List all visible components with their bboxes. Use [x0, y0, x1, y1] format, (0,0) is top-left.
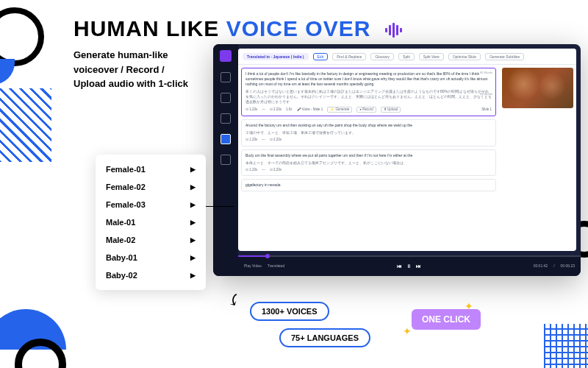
segment-text-en[interactable]: Body um the final assembly where we put … [245, 153, 492, 158]
sparkle-icon: ✦ [465, 300, 473, 312]
optimize-button[interactable]: Optimise Slide [448, 53, 481, 60]
voice-list-panel: Female-01▶Female-02▶Female-03▶Male-01▶Ma… [96, 155, 206, 290]
voice-name: Baby-02 [106, 271, 137, 280]
play-icon[interactable]: ▶ [190, 236, 196, 244]
time-start: ⊙ 1.23s [245, 107, 257, 112]
voice-option[interactable]: Baby-01▶ [96, 249, 206, 266]
sidebar-projects-icon[interactable] [220, 93, 231, 103]
toolbar: Translated to - Japanese ( India ) Edit … [238, 49, 576, 65]
sparkle-icon: ✦ [403, 325, 412, 337]
subheadline: Generate human-like voiceover / Record /… [74, 48, 188, 91]
svg-rect-3 [396, 25, 398, 35]
generate-button[interactable]: ✨ Generate [327, 107, 352, 113]
svg-rect-0 [385, 28, 387, 32]
segment-text-jp[interactable]: 多くの人はそうではないと思います基本的に私は工場の設計またはエンジニアリング会議… [245, 89, 492, 105]
time-total: 00:06:23 [561, 263, 575, 268]
speed[interactable]: 1.0x [286, 107, 293, 112]
subtitles-button[interactable]: Generate Subtitles [485, 53, 524, 60]
video-thumbnail[interactable] [502, 68, 573, 108]
translated-toggle[interactable]: Translated [268, 263, 284, 268]
squiggle-arrow-icon: ⤹ [226, 289, 243, 311]
time-current: 00:01:42 [534, 263, 548, 268]
page-headline: HUMAN LIKE VOICE OVER [74, 16, 404, 43]
play-video-label[interactable]: Play Video [244, 263, 262, 268]
voice-name: Female-03 [106, 200, 146, 209]
play-icon[interactable]: ▶ [190, 183, 196, 191]
glossary-button[interactable]: Glossary [370, 53, 394, 60]
transcript-segment[interactable]: Body um the final assembly where we put … [241, 149, 496, 176]
segment-text-jp[interactable]: 本体えーと、すべての部品を組み立てる最終アセンブリです。えーと、私がここにいない… [245, 160, 492, 166]
play-button[interactable]: ⏸ [406, 263, 412, 269]
transcript-segment[interactable]: Around the factory um and then working o… [241, 119, 496, 146]
sidebar-settings-icon[interactable] [220, 155, 231, 165]
segment-text-en[interactable]: gigafactory in nevada [245, 183, 492, 188]
languages-badge: 75+ LANGUAGES [279, 328, 370, 347]
slide-label: Slide 1 [481, 107, 492, 112]
find-replace-button[interactable]: Find & Replace [332, 53, 366, 60]
time-start: ⊙ 1.23s [245, 168, 257, 172]
word-count: 96 Words [480, 71, 492, 75]
voice-name: Female-02 [106, 183, 146, 191]
sidebar-voices-icon[interactable] [220, 113, 231, 124]
video-panel [499, 65, 576, 251]
voice-option[interactable]: Male-02▶ [96, 231, 206, 249]
time-end: ⊙ 2.23s [270, 107, 282, 112]
record-button[interactable]: ● Record [356, 107, 376, 113]
voices-badge: 1300+ VOICES [250, 302, 329, 321]
transcript-segment[interactable]: 96 WordsI think a lot of people don't I'… [241, 68, 496, 116]
voice-option[interactable]: Male-01▶ [96, 213, 206, 231]
voice-name: Male-01 [106, 218, 135, 227]
sidebar-dashboard-icon[interactable] [220, 72, 231, 82]
time-end: ⊙ 2.23s [270, 168, 282, 172]
voice-name: Male-02 [106, 236, 135, 244]
play-icon[interactable]: ▶ [190, 201, 196, 208]
split-view-button[interactable]: Split View [419, 53, 444, 60]
voice-name: Female-01 [106, 165, 146, 174]
edit-button[interactable]: Edit [313, 53, 329, 60]
voice-select[interactable]: 🎤 Voice - Male 1 [297, 107, 323, 112]
prev-button[interactable]: ⏮ [397, 263, 402, 269]
time-end: ⊙ 2.23s [270, 138, 282, 142]
transcript-segment[interactable]: gigafactory in nevada [241, 179, 496, 191]
svg-rect-4 [400, 28, 402, 32]
sidebar [213, 44, 238, 276]
play-icon[interactable]: ▶ [190, 166, 196, 173]
play-icon[interactable]: ▶ [190, 219, 196, 226]
app-logo[interactable] [220, 50, 232, 62]
word-count: 96 Words [480, 92, 492, 96]
voice-option[interactable]: Female-03▶ [96, 196, 206, 213]
connector-line [204, 206, 234, 207]
voice-option[interactable]: Baby-02▶ [96, 266, 206, 284]
svg-rect-1 [389, 25, 391, 35]
split-button[interactable]: Split [398, 53, 415, 60]
voice-name: Baby-01 [106, 253, 137, 262]
next-button[interactable]: ⏭ [416, 263, 421, 269]
segments-list: 96 WordsI think a lot of people don't I'… [238, 65, 499, 251]
progress-bar[interactable] [238, 255, 581, 257]
audio-wave-icon [385, 18, 404, 43]
upload-button[interactable]: ⬆ Upload [381, 107, 401, 113]
time-start: ⊙ 1.23s [245, 138, 257, 142]
voice-option[interactable]: Female-02▶ [96, 178, 206, 196]
svg-rect-2 [392, 23, 395, 38]
voice-option[interactable]: Female-01▶ [96, 160, 206, 178]
sidebar-editor-icon[interactable] [220, 134, 231, 144]
language-selector[interactable]: Translated to - Japanese ( India ) [243, 53, 309, 60]
segment-text-jp[interactable]: 工場の中で、えーと、塗装工場、車体工場で溶接を行っています。 [245, 130, 492, 135]
play-icon[interactable]: ▶ [190, 272, 196, 279]
segment-text-en[interactable]: Around the factory um and then working o… [245, 123, 492, 128]
video-player-bar: Play Video Translated ⏮ ⏸ ⏭ 00:01:42 / 0… [238, 255, 581, 276]
segment-text-en[interactable]: I think a lot of people don't I'm like b… [245, 71, 492, 87]
one-click-badge: ONE CLICK [412, 309, 481, 330]
app-window: Translated to - Japanese ( India ) Edit … [213, 44, 581, 276]
play-icon[interactable]: ▶ [190, 254, 196, 261]
